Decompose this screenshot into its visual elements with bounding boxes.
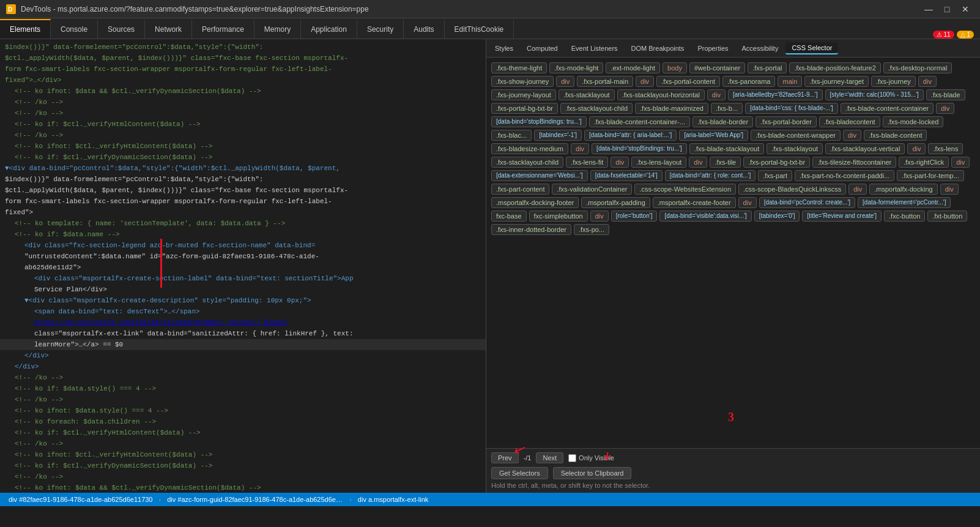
dom-line[interactable]: form fxc-smart-labels fxc-section-wrappe… — [0, 64, 486, 75]
selector-chip[interactable]: .fxs-part-content — [491, 184, 549, 195]
selector-chip[interactable]: [aria-labelledby='82faec91-9...'] — [728, 89, 823, 100]
dom-line[interactable]: class="msportalfx-ext-link" data-bind="s… — [0, 328, 486, 339]
selector-chip[interactable]: .fxs-blac... — [491, 130, 532, 141]
tab-console[interactable]: Console — [51, 19, 98, 39]
selector-chip[interactable]: main — [778, 76, 802, 87]
selector-chip[interactable]: .css-scope-BladesQuickLinkscss — [738, 184, 846, 195]
dom-line[interactable]: form fxc-smart-labels fxc-section-wrappe… — [0, 196, 486, 207]
selector-chip[interactable]: .fxs-portal-main — [577, 76, 633, 87]
dom-line[interactable]: ▼<div class="msportalfx-create-descripti… — [0, 295, 486, 306]
only-visible-checkbox-label[interactable]: Only Visible — [568, 454, 614, 462]
selector-chip[interactable]: .fxs-portal-bg-txt-br — [743, 157, 810, 168]
status-item-2[interactable]: div #azc-form-guid-82faec91-9186-478c-a1… — [163, 496, 347, 503]
selector-chip[interactable]: .fxs-stacklayout-horizontal — [617, 89, 705, 100]
get-selectors-button[interactable]: Get Selectors — [491, 467, 548, 479]
tab-sources[interactable]: Sources — [98, 19, 145, 39]
dom-line[interactable]: <!-- ko if: $data.name --> — [0, 229, 486, 240]
selector-chip[interactable]: .msportalfx-docking — [869, 184, 937, 195]
dom-line[interactable]: $index())}" data-formelement="pcControl"… — [0, 42, 486, 53]
dom-line[interactable]: <!-- ko ifnot: $ctl._verifyHtmlContent($… — [0, 141, 486, 152]
selector-chip[interactable]: [tabindex='-1'] — [534, 130, 582, 141]
dom-line[interactable]: $index())}" data-formelement="pcControl"… — [0, 174, 486, 185]
selector-chip[interactable]: .fxs-stacklayout-child — [491, 157, 563, 168]
tab-security[interactable]: Security — [357, 19, 404, 39]
selector-chip[interactable]: .fxs-blade — [926, 89, 965, 100]
selector-chip[interactable]: div — [590, 211, 609, 222]
selector-chip[interactable]: div — [936, 103, 954, 114]
selector-chip[interactable]: .fxt-button — [927, 211, 967, 222]
selector-chip[interactable]: #web-container — [689, 62, 745, 73]
selector-chip[interactable]: .css-scope-WebsitesExtension — [634, 184, 736, 195]
selector-chip[interactable]: .fxs-inner-dotted-border — [491, 224, 571, 235]
selector-chip[interactable]: .fxs-lens-fit — [566, 157, 608, 168]
dom-line[interactable]: ab625d6e11d2"> — [0, 262, 486, 273]
selector-chip[interactable]: [style='width: calc(100% - 315...'] — [825, 89, 924, 100]
selector-chip[interactable]: [data-bind='attr: { aria-label:...'] — [584, 130, 677, 141]
selector-chip[interactable]: .fxs-tile — [710, 157, 741, 168]
selector-chip[interactable]: .fxs-bladecontent — [819, 116, 880, 127]
dom-line[interactable]: $ctl._applyWidth($data, $parent, $index(… — [0, 185, 486, 196]
selector-chip[interactable]: [title='Review and create'] — [802, 211, 882, 222]
css-tab-properties[interactable]: Properties — [691, 43, 734, 54]
dom-content[interactable]: $index())}" data-formelement="pcControl"… — [0, 39, 486, 493]
selector-chip[interactable]: .fxs-b... — [711, 103, 743, 114]
selector-chip[interactable]: .fxs-part-for-temp... — [897, 170, 964, 181]
selector-chip[interactable]: [data-bind='attr: { role: cont...'] — [665, 170, 756, 181]
selector-chip[interactable]: .fxs-blade-stacklayout — [689, 143, 764, 154]
selector-chip[interactable]: div — [940, 184, 959, 195]
close-button[interactable]: ✕ — [957, 1, 974, 18]
selector-chip[interactable]: .fxs-portal-border — [755, 116, 817, 127]
selector-chip[interactable]: [data-extensionname='Websi...'] — [491, 170, 588, 181]
tab-performance[interactable]: Performance — [192, 19, 254, 39]
selector-chip[interactable]: .fxs-part-no-fx-content-paddi... — [795, 170, 894, 181]
css-tab-accessibility[interactable]: Accessibility — [736, 43, 785, 54]
selector-chip[interactable]: .fxs-validationContainer — [552, 184, 632, 195]
selector-chip[interactable]: [role='button'] — [611, 211, 658, 222]
selector-chip[interactable]: body — [663, 62, 687, 73]
dom-line[interactable]: <!-- ko if: $ctl._verifyDynamicSection($… — [0, 460, 486, 471]
dom-line[interactable]: <span data-bind="text: descText">…</span… — [0, 306, 486, 317]
selector-chip[interactable]: [aria-label='Web App'] — [679, 130, 748, 141]
selector-chip[interactable]: .fxs-blade-content-container-... — [589, 116, 690, 127]
minimize-button[interactable]: — — [920, 1, 937, 18]
dom-line[interactable]: </div> — [0, 350, 486, 361]
selector-chip[interactable]: div — [556, 76, 574, 87]
dom-line[interactable]: <!-- ko if: $data.style() === 4 --> — [0, 383, 486, 394]
css-tab-event-listeners[interactable]: Event Listeners — [565, 43, 624, 54]
selector-chip[interactable]: .fxs-stacklayout — [559, 89, 615, 100]
selector-chip[interactable]: div — [951, 157, 970, 168]
dom-line[interactable]: <!-- ko foreach: $data.children --> — [0, 416, 486, 427]
dom-line[interactable]: <!-- ko if: $ctl._verifyHtmlContent($dat… — [0, 119, 486, 130]
selector-chip[interactable]: fxc-simplebutton — [529, 211, 588, 222]
selector-chip[interactable]: .fxs-blade-content-wrapper — [751, 130, 841, 141]
selector-chip[interactable]: .fxs-show-journey — [491, 76, 554, 87]
selector-chip[interactable]: .fxs-blade-border — [692, 116, 753, 127]
css-tab-css-selector[interactable]: CSS Selector — [785, 42, 838, 54]
dom-line[interactable]: $ctl._applyWidth($data, $parent, $index(… — [0, 53, 486, 64]
dom-line[interactable]: <div class="msportalfx-create-section-la… — [0, 273, 486, 284]
dom-line[interactable]: "untrustedContent":$data.name" id="azc-f… — [0, 251, 486, 262]
selector-chip[interactable]: .msportalfx-padding — [581, 197, 650, 208]
css-tab-computed[interactable]: Computed — [521, 43, 564, 54]
dom-line[interactable]: <!-- ko ifnot: $data && $ctl._verifyDyna… — [0, 482, 486, 493]
selector-chip[interactable]: .fxs-journey-layout — [491, 89, 556, 100]
dom-line[interactable]: <!-- ko ifnot: $data && $ctl._verifyDyna… — [0, 86, 486, 97]
selector-chip[interactable]: .fxs-blade-content — [864, 130, 927, 141]
tab-network[interactable]: Network — [145, 19, 192, 39]
tab-audits[interactable]: Audits — [404, 19, 444, 39]
selector-chip[interactable]: .fxs-journey-target — [804, 76, 869, 87]
selector-chip[interactable]: .fxs-panorama — [722, 76, 775, 87]
selector-chip[interactable]: [data-bind='stopBindings: tru...'] — [592, 143, 687, 154]
selector-chip[interactable]: .fxs-portal — [748, 62, 787, 73]
dom-line[interactable]: </div> — [0, 361, 486, 372]
selector-chip[interactable]: .fxs-mode-locked — [883, 116, 944, 127]
selector-chip[interactable]: .fxc-button — [884, 211, 925, 222]
dom-line[interactable]: <!-- ko ifnot: $ctl._verifyHtmlContent($… — [0, 449, 486, 460]
selector-chip[interactable]: .fxs-portal-content — [656, 76, 720, 87]
dom-line[interactable]: <!-- /ko --> — [0, 438, 486, 449]
dom-line[interactable]: <!-- ko if: $ctl._verifyDynamicSection($… — [0, 152, 486, 163]
tab-application[interactable]: Application — [301, 19, 357, 39]
selector-to-clipboard-button[interactable]: Selector to Clipboard — [553, 467, 632, 479]
dom-line[interactable]: fixed">…</div> — [0, 75, 486, 86]
selector-chip[interactable]: .fxs-part — [758, 170, 792, 181]
